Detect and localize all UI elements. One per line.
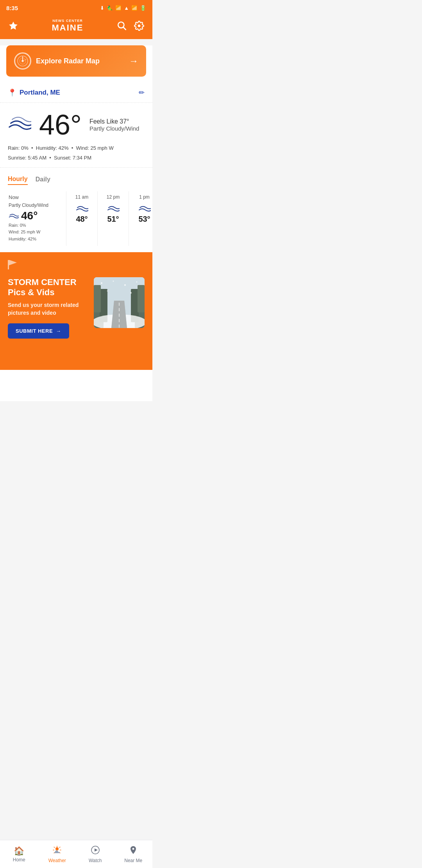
radar-sweep-icon <box>17 55 29 67</box>
location-pin-icon: 📍 <box>8 88 16 97</box>
hour-wind-icon-0 <box>76 202 88 215</box>
now-temp: 46° <box>21 210 38 222</box>
hour-temp-1pm: 53° <box>138 215 150 224</box>
temperature-display: 46° <box>39 111 82 139</box>
battery-icon: 🔋 <box>140 5 146 11</box>
wind-condition-icon <box>8 113 31 136</box>
feels-like: Feels Like 37° <box>89 118 139 125</box>
svg-point-23 <box>130 292 132 294</box>
settings-icon <box>134 21 144 31</box>
hour-item-11am: 11 am 48° <box>66 191 98 246</box>
logo-top-text: NEWS CENTER <box>52 19 83 23</box>
edit-location-button[interactable]: ✏ <box>139 88 145 97</box>
radar-arrow-icon: → <box>129 56 138 66</box>
weather-details: Rain: 0% • Humidity: 42% • Wind: 25 mph … <box>8 143 145 163</box>
storm-image <box>94 277 145 328</box>
svg-point-18 <box>101 282 102 284</box>
sim-icon: 📶 <box>115 5 122 11</box>
logo-brand-text: MAINE <box>52 23 84 33</box>
svg-point-20 <box>124 284 126 286</box>
app-logo: NEWS CENTER MAINE <box>52 19 84 33</box>
current-weather: 46° Feels Like 37° Partly Cloudy/Wind Ra… <box>0 103 152 168</box>
forecast-tabs: Hourly Daily <box>0 168 152 188</box>
submit-here-button[interactable]: SUBMIT HERE → <box>8 323 69 339</box>
main-content: Explore Radar Map → 📍 Portland, ME ✏ 46°… <box>0 45 152 401</box>
hour-temp-12pm: 51° <box>107 215 119 224</box>
hour-wind-icon-1 <box>107 202 120 215</box>
storm-flag-icon <box>8 260 20 269</box>
weather-condition: Partly Cloudy/Wind <box>89 125 139 132</box>
wifi-icon: ▲ <box>124 5 129 11</box>
parrot-icon: 🦜 <box>107 5 113 11</box>
hour-item-12pm: 12 pm 51° <box>98 191 129 246</box>
hourly-forecast-scroll[interactable]: Now Partly Cloudy/Wind 46° Rain: 0% Wind… <box>0 188 152 252</box>
now-forecast: Now Partly Cloudy/Wind 46° Rain: 0% Wind… <box>4 191 66 246</box>
hourly-tab[interactable]: Hourly <box>8 174 28 185</box>
radar-title: Explore Radar Map <box>36 57 100 65</box>
svg-point-21 <box>136 281 138 282</box>
signal-icon: 📶 <box>131 5 138 11</box>
app-header: NEWS CENTER MAINE <box>0 16 152 39</box>
storm-title: STORM CENTER Pics & Vids <box>8 277 88 298</box>
radar-banner[interactable]: Explore Radar Map → <box>6 45 146 77</box>
hour-wind-icon-2 <box>138 202 151 215</box>
location-row: 📍 Portland, ME ✏ <box>0 83 152 103</box>
location-name: Portland, ME <box>20 89 60 97</box>
search-button[interactable] <box>115 19 129 33</box>
daily-tab[interactable]: Daily <box>36 174 50 185</box>
now-wind-icon <box>9 211 19 221</box>
svg-point-19 <box>113 280 114 282</box>
status-icons: ⬇ 🦜 📶 ▲ 📶 🔋 <box>100 5 146 11</box>
hour-item-1pm: 1 pm 53° <box>129 191 152 246</box>
search-icon <box>117 21 127 31</box>
storm-scene-svg <box>94 277 145 328</box>
storm-center-card: STORM CENTER Pics & Vids Send us your st… <box>0 252 152 370</box>
svg-rect-17 <box>94 277 145 328</box>
favorite-button[interactable] <box>6 19 20 33</box>
svg-point-22 <box>107 290 108 291</box>
status-bar: 8:35 ⬇ 🦜 📶 ▲ 📶 🔋 <box>0 0 152 16</box>
status-time: 8:35 <box>6 5 18 11</box>
star-icon <box>8 21 18 31</box>
storm-subtitle: Send us your storm related pictures and … <box>8 301 88 317</box>
radar-icon <box>14 52 31 70</box>
settings-button[interactable] <box>132 19 146 33</box>
download-icon: ⬇ <box>100 5 104 11</box>
hour-temp-11am: 48° <box>76 215 88 224</box>
